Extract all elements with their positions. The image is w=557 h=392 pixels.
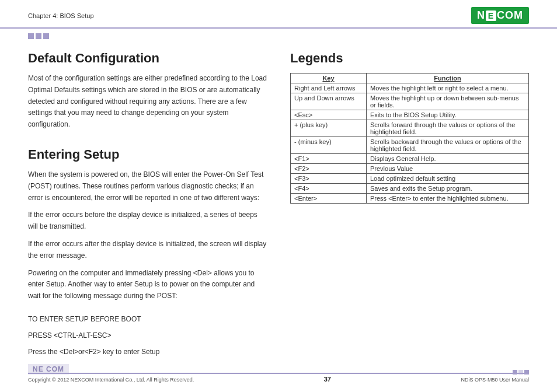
table-row: <Enter>Press <Enter> to enter the highli…: [291, 194, 529, 204]
cell-function: Saves and exits the Setup program.: [367, 184, 529, 194]
cell-key: <Esc>: [291, 110, 367, 120]
cell-function: Moves the highlight up or down between s…: [367, 93, 529, 110]
page-header: Chapter 4: BIOS Setup N E COM: [0, 0, 557, 29]
cell-function: Previous Value: [367, 164, 529, 174]
logo-e-icon: E: [486, 10, 496, 21]
copyright-text: Copyright © 2012 NEXCOM International Co…: [28, 377, 194, 383]
setup-instructions: TO ENTER SETUP BEFORE BOOT PRESS <CTRL-A…: [28, 314, 267, 358]
manual-title: NDiS OPS-M50 User Manual: [461, 377, 529, 383]
cell-function: Displays General Help.: [367, 154, 529, 164]
paragraph-entering-1: When the system is powered on, the BIOS …: [28, 169, 267, 204]
decorative-squares-icon: [0, 29, 557, 39]
cell-function: Scrolls backward through the values or o…: [367, 137, 529, 154]
cell-key: - (minus key): [291, 137, 367, 154]
nexcom-logo: N E COM: [471, 7, 529, 24]
right-column: Legends Key Function Right and Left arro…: [290, 51, 529, 362]
paragraph-default: Most of the configuration settings are e…: [28, 73, 267, 131]
cell-key: <Enter>: [291, 194, 367, 204]
table-row: <F2>Previous Value: [291, 164, 529, 174]
table-row: + (plus key)Scrolls forward through the …: [291, 120, 529, 137]
table-header-row: Key Function: [291, 74, 529, 83]
table-row: Right and Left arrowsMoves the highlight…: [291, 83, 529, 93]
cell-function: Scrolls forward through the values or op…: [367, 120, 529, 137]
table-row: <Esc>Exits to the BIOS Setup Utility.: [291, 110, 529, 120]
table-row: - (minus key)Scrolls backward through th…: [291, 137, 529, 154]
logo-text-right: COM: [497, 9, 523, 22]
table-row: <F4>Saves and exits the Setup program.: [291, 184, 529, 194]
setup-line-2: PRESS <CTRL-ALT-ESC>: [28, 330, 267, 342]
paragraph-entering-2: If the error occurs before the display d…: [28, 209, 267, 233]
table-row: <F1>Displays General Help.: [291, 154, 529, 164]
cell-function: Moves the highlight left or right to sel…: [367, 83, 529, 93]
cell-function: Load optimized default setting: [367, 174, 529, 184]
paragraph-entering-3: If the error occurs after the display de…: [28, 239, 267, 262]
paragraph-entering-4: Powering on the computer and immediately…: [28, 268, 267, 302]
cell-function: Exits to the BIOS Setup Utility.: [367, 110, 529, 120]
page-number: 37: [324, 376, 331, 383]
left-column: Default Configuration Most of the config…: [28, 51, 267, 362]
table-row: <F3>Load optimized default setting: [291, 174, 529, 184]
cell-key: Right and Left arrows: [291, 83, 367, 93]
cell-key: Up and Down arrows: [291, 93, 367, 110]
cell-key: <F3>: [291, 174, 367, 184]
cell-key: <F1>: [291, 154, 367, 164]
page-footer: Copyright © 2012 NEXCOM International Co…: [28, 373, 529, 383]
cell-key: + (plus key): [291, 120, 367, 137]
heading-legends: Legends: [290, 51, 529, 66]
main-content: Default Configuration Most of the config…: [0, 39, 557, 362]
cell-key: <F2>: [291, 164, 367, 174]
logo-text-left: N: [477, 9, 485, 22]
table-row: Up and Down arrowsMoves the highlight up…: [291, 93, 529, 110]
heading-entering-setup: Entering Setup: [28, 147, 267, 162]
setup-line-3: Press the <Del>or<F2> key to enter Setup: [28, 346, 267, 358]
legends-table: Key Function Right and Left arrowsMoves …: [290, 73, 529, 204]
heading-default-configuration: Default Configuration: [28, 51, 267, 66]
cell-function: Press <Enter> to enter the highlighted s…: [367, 194, 529, 204]
chapter-title: Chapter 4: BIOS Setup: [28, 12, 94, 19]
setup-line-1: TO ENTER SETUP BEFORE BOOT: [28, 314, 267, 326]
th-key: Key: [291, 74, 367, 83]
cell-key: <F4>: [291, 184, 367, 194]
th-function: Function: [367, 74, 529, 83]
